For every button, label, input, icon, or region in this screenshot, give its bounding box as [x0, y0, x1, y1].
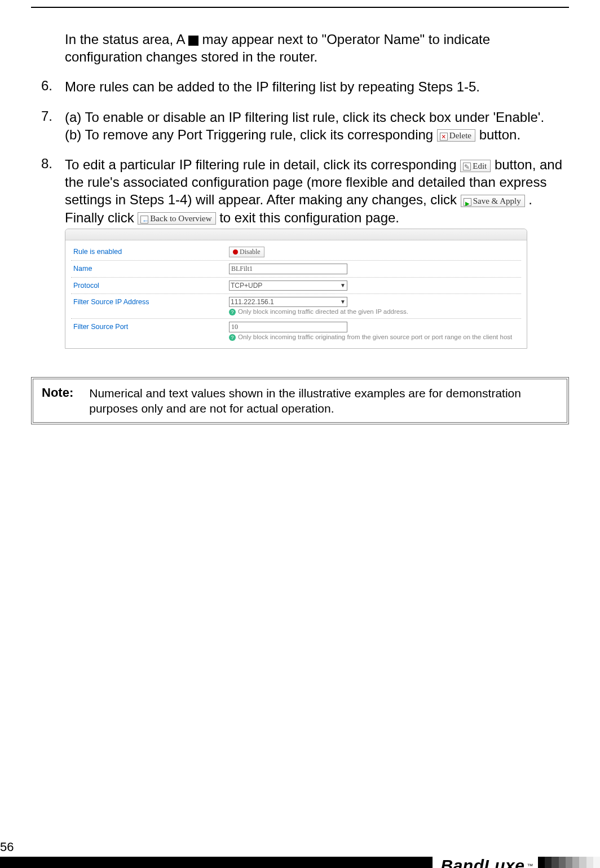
step-8-t4: to exit this configuration page. [219, 210, 399, 225]
row-src-ip: Filter Source IP Address 111.222.156.1 ▼… [71, 294, 521, 319]
protocol-value: TCP+UDP [231, 282, 262, 290]
src-ip-hint: ?Only block incoming traffic directed at… [229, 308, 521, 315]
step-number: 7. [41, 108, 52, 124]
brand-name: BandLuxe [440, 856, 524, 868]
step-7a-text: (a) To enable or disable an IP filtering… [65, 108, 569, 126]
panel-tabbar [65, 229, 527, 240]
step-8-t1: To edit a particular IP filtering rule i… [65, 157, 460, 172]
save-apply-button[interactable]: Save & Apply [461, 195, 525, 207]
chevron-down-icon: ▼ [340, 299, 346, 305]
disable-button-label: Disable [240, 248, 261, 256]
edit-button[interactable]: Edit [460, 160, 491, 172]
src-port-hint: ?Only block incoming traffic originating… [229, 334, 521, 341]
delete-button-label: Delete [449, 131, 471, 140]
name-input[interactable]: BLFilt1 [229, 264, 347, 274]
step-number: 8. [41, 156, 52, 172]
note-label: Note: [42, 385, 73, 400]
disable-button[interactable]: Disable [229, 247, 264, 257]
top-rule [31, 7, 569, 8]
protocol-select[interactable]: TCP+UDP ▼ [229, 280, 347, 291]
steps-list: 6. More rules can be added to the IP fil… [47, 78, 569, 226]
label-protocol: Protocol [71, 280, 229, 290]
row-src-port: Filter Source Port 10 ?Only block incomi… [71, 319, 521, 344]
play-icon [464, 198, 471, 206]
stop-icon [233, 249, 238, 255]
step-8: 8. To edit a particular IP filtering rul… [47, 156, 569, 226]
src-ip-select[interactable]: 111.222.156.1 ▼ [229, 297, 347, 307]
row-rule-enabled: Rule is enabled Disable [71, 244, 521, 261]
row-protocol: Protocol TCP+UDP ▼ [71, 278, 521, 294]
page-footer: 56 BandLuxe™ [0, 841, 600, 868]
step-8-body: To edit a particular IP filtering rule i… [65, 157, 562, 225]
pencil-icon [463, 163, 471, 170]
label-src-ip: Filter Source IP Address [71, 297, 229, 306]
footer-stripes [538, 857, 600, 868]
page-number: 56 [0, 840, 14, 854]
trademark-symbol: ™ [527, 862, 534, 868]
chevron-down-icon: ▼ [340, 282, 346, 288]
step-7b: (b) To remove any Port Triggering rule, … [65, 126, 569, 143]
info-icon: ? [229, 334, 236, 341]
step-7b-post: button. [479, 127, 520, 142]
footer-black-bar [0, 857, 433, 868]
info-icon: ? [229, 309, 236, 315]
config-panel: Rule is enabled Disable Name BLFilt1 Pro… [65, 229, 527, 349]
src-port-hint-text: Only block incoming traffic originating … [238, 334, 512, 340]
row-name: Name BLFilt1 [71, 261, 521, 278]
note-box: Note: Numerical and text values shown in… [31, 377, 569, 425]
save-apply-label: Save & Apply [473, 196, 521, 205]
note-text: Numerical and text values shown in the i… [89, 385, 558, 417]
intro-text-a: In the status area, A [65, 32, 188, 47]
intro-paragraph: In the status area, A may appear next to… [65, 30, 569, 65]
step-6: 6. More rules can be added to the IP fil… [47, 78, 569, 95]
brand-logo: BandLuxe™ [433, 857, 538, 868]
label-rule-enabled: Rule is enabled [71, 247, 229, 256]
step-6-text: More rules can be added to the IP filter… [65, 79, 480, 94]
document-page: In the status area, A may appear next to… [0, 7, 600, 868]
status-change-icon [188, 36, 198, 46]
back-overview-label: Back to Overview [150, 214, 211, 223]
src-port-input[interactable]: 10 [229, 322, 347, 332]
src-ip-value: 111.222.156.1 [231, 298, 274, 306]
step-number: 6. [41, 78, 52, 94]
footer-bar: BandLuxe™ [0, 857, 600, 868]
edit-button-label: Edit [473, 161, 487, 170]
delete-button[interactable]: Delete [437, 129, 475, 142]
back-arrow-icon [140, 216, 148, 223]
src-ip-hint-text: Only block incoming traffic directed at … [238, 308, 408, 315]
step-7: 7. (a) To enable or disable an IP filter… [47, 108, 569, 143]
config-form: Rule is enabled Disable Name BLFilt1 Pro… [65, 240, 527, 348]
step-7b-pre: (b) To remove any Port Triggering rule, … [65, 127, 437, 142]
x-icon [440, 133, 448, 141]
label-name: Name [71, 264, 229, 273]
label-src-port: Filter Source Port [71, 322, 229, 331]
back-overview-button[interactable]: Back to Overview [138, 212, 215, 225]
